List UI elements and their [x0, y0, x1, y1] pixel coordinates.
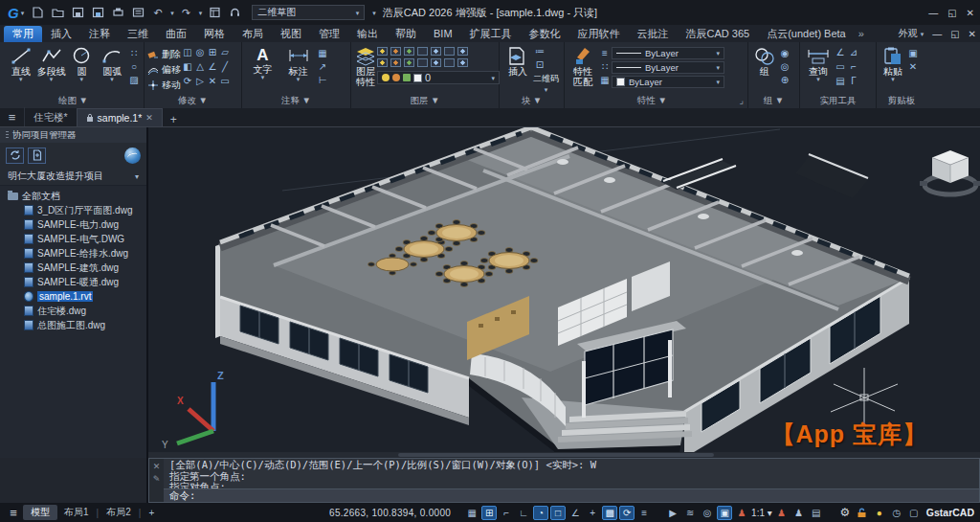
appearance-menu[interactable]: 外观 ▾	[899, 27, 924, 40]
offset-button[interactable]: 偏移	[147, 62, 181, 77]
layer-isolate-icon[interactable]	[431, 47, 441, 56]
tab-layout[interactable]: 布局	[234, 26, 272, 42]
doc-minimize-button[interactable]: —	[932, 29, 942, 39]
tab-parametric[interactable]: 参数化	[521, 26, 569, 42]
tab-manage[interactable]: 管理	[310, 26, 348, 42]
id-point-icon[interactable]: ▤	[834, 76, 847, 87]
color-select[interactable]: ByLayer▾	[612, 47, 724, 59]
tab-apps[interactable]: 应用软件	[569, 26, 629, 42]
ortho-toggle[interactable]: ∟	[516, 506, 531, 520]
tab-view[interactable]: 视图	[272, 26, 310, 42]
open-folder-icon[interactable]	[50, 6, 65, 19]
rotate2-tool-icon[interactable]: ⟳	[181, 76, 194, 87]
layer-state-icon[interactable]	[390, 58, 401, 67]
command-close-icon[interactable]: ✕	[153, 462, 161, 471]
tree-file[interactable]: 3_D区门厅平面图.dwg	[0, 203, 146, 217]
mirror-tool-icon[interactable]: ◎	[193, 47, 207, 58]
save-icon[interactable]	[70, 6, 85, 19]
panel-draw-label[interactable]: 绘图 ▼	[3, 95, 144, 107]
tree-file[interactable]: 总图施工图.dwg	[0, 318, 146, 332]
new-file-icon[interactable]	[30, 6, 45, 19]
doc-menu-icon[interactable]: ≡	[0, 107, 25, 126]
drawing-viewport[interactable]: Z X Y 【App 宝库】	[148, 127, 980, 458]
point-tool-icon[interactable]: ∷	[127, 48, 141, 59]
tab-home[interactable]: 常用	[4, 26, 42, 42]
tab-express[interactable]: 扩展工具	[461, 26, 521, 42]
break-tool-icon[interactable]: ✕	[206, 76, 219, 87]
hardware-accel-bulb-icon[interactable]: ●	[872, 506, 887, 520]
panel-utilities-label[interactable]: 实用工具	[800, 95, 876, 107]
copy-clip-icon[interactable]: ▣	[906, 48, 920, 59]
tree-file[interactable]: SAMPLE-电气.DWG	[0, 232, 146, 246]
tab-output[interactable]: 输出	[348, 26, 387, 42]
status-menu-icon[interactable]: ≡	[6, 506, 21, 520]
horizontal-scrollbar[interactable]	[148, 452, 980, 458]
save-as-icon[interactable]	[90, 6, 105, 19]
qrcode-button[interactable]: 二维码	[533, 73, 559, 85]
fillet-tool-icon[interactable]: ∠	[206, 61, 219, 73]
dynamic-ucs-toggle[interactable]: ⟳	[619, 506, 635, 520]
ellipse-tool-icon[interactable]: ○	[127, 61, 141, 73]
cut-clip-icon[interactable]: ✕	[906, 61, 920, 73]
layer-off-icon[interactable]	[417, 58, 428, 67]
dimension-button[interactable]: 标注▾	[280, 44, 316, 81]
tab-bim[interactable]: BIM	[425, 27, 461, 40]
rect-tool-icon[interactable]: ▭	[218, 76, 232, 87]
new-doc-button[interactable]	[28, 148, 46, 164]
polar-toggle[interactable]: ◔	[533, 506, 548, 520]
layout2-tab[interactable]: 布局2	[101, 505, 136, 520]
list-icon[interactable]: Γ	[847, 76, 860, 87]
layer-merge-icon[interactable]	[444, 58, 455, 67]
plotstyle-icon[interactable]: ▦	[598, 75, 612, 86]
array-tool-icon[interactable]: ⊞	[206, 47, 219, 58]
erase-button[interactable]: 删除	[147, 47, 181, 61]
layer-on-icon[interactable]	[377, 47, 388, 56]
panel-clipboard-label[interactable]: 剪贴板	[877, 95, 926, 107]
sync-button[interactable]	[6, 148, 24, 164]
tab-insert[interactable]: 插入	[42, 26, 80, 42]
panel-annotate-label[interactable]: 注释 ▼	[242, 95, 350, 107]
text-button[interactable]: A 文字▾	[245, 44, 280, 79]
3d-osnap-toggle[interactable]: +	[585, 506, 600, 520]
layer-properties-button[interactable]: 图层特性	[354, 44, 377, 87]
project-select[interactable]: 明仁大厦改造提升项目 ▾	[0, 168, 146, 186]
doc-tab-sample1[interactable]: sample.1* ✕	[77, 108, 163, 126]
model-tab[interactable]: 模型	[23, 505, 57, 520]
trim-tool-icon[interactable]: ╱	[218, 61, 232, 73]
unlock-icon[interactable]	[403, 74, 411, 81]
polyline-button[interactable]: 多段线▾	[36, 44, 67, 81]
undo-caret-icon[interactable]: ▾	[170, 11, 174, 15]
transparency-toggle[interactable]: ≋	[682, 506, 698, 520]
app-logo-icon[interactable]: G	[8, 5, 19, 21]
circle-button[interactable]: 圆▾	[67, 44, 98, 81]
copy-tool-icon[interactable]: ◫	[181, 47, 194, 58]
match-properties-button[interactable]: 特性匹配	[568, 44, 598, 87]
plot-icon[interactable]	[110, 6, 125, 19]
ui-lock-icon[interactable]	[855, 506, 870, 520]
tab-help[interactable]: 帮助	[387, 26, 425, 42]
panel-properties-label[interactable]: 特性 ▼ ⌟	[565, 95, 747, 107]
command-edit-icon[interactable]: ✎	[153, 474, 161, 484]
tree-root[interactable]: 全部文档	[0, 189, 146, 203]
restore-button[interactable]: ◱	[947, 8, 956, 18]
annoscale-sync-icon[interactable]: ♟	[791, 506, 807, 520]
doc-restore-button[interactable]: ◱	[950, 29, 959, 39]
tree-file[interactable]: SAMPLE-暖通.dwg	[0, 275, 146, 289]
insert-block-button[interactable]: 插入	[502, 44, 533, 77]
group-edit-icon[interactable]: ◎	[778, 61, 791, 73]
clean-screen-icon[interactable]: ▢	[906, 506, 922, 520]
workspace-switch-icon[interactable]: ▤	[809, 506, 824, 520]
lineweight-list-icon[interactable]: ≡	[598, 48, 612, 59]
tab-pointcloud[interactable]: 点云(undet) Beta	[758, 26, 855, 42]
group-select-icon[interactable]: ⊕	[778, 75, 791, 86]
autoscale-icon[interactable]: ♟	[774, 506, 790, 520]
layer-thaw-icon[interactable]	[431, 58, 441, 67]
hatch-tool-icon[interactable]: ▨	[127, 75, 141, 86]
lineweight-select[interactable]: ByLayer▾	[612, 76, 724, 88]
ungroup-icon[interactable]: ◉	[778, 48, 791, 59]
tab-annotate[interactable]: 注释	[80, 26, 119, 42]
tab-cad365[interactable]: 浩辰CAD 365	[678, 26, 759, 42]
layer-color-icon[interactable]	[417, 47, 428, 56]
tab-3d[interactable]: 三维	[119, 26, 157, 42]
scale-tool-icon[interactable]: ◧	[181, 61, 194, 73]
